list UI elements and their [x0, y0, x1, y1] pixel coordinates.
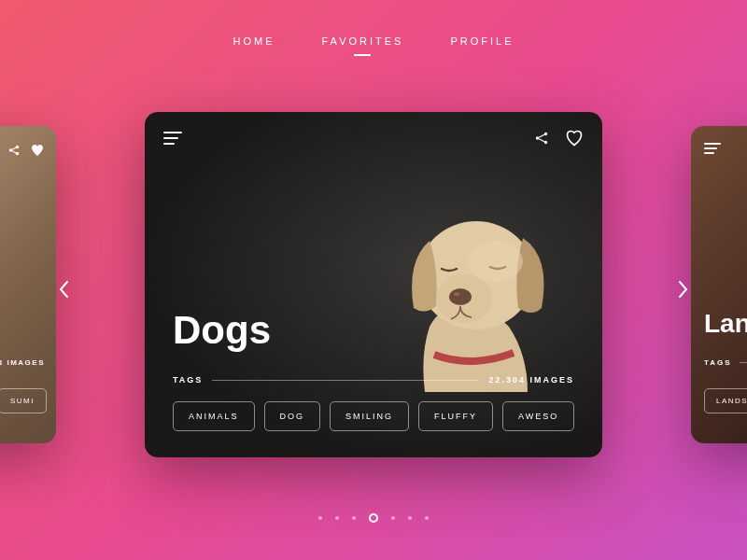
- card-prev-image-count: 593 IMAGES: [0, 358, 45, 367]
- svg-point-7: [467, 241, 523, 282]
- tag-pill[interactable]: LANDS: [704, 388, 747, 413]
- nav-profile[interactable]: PROFILE: [450, 35, 514, 56]
- svg-point-1: [536, 136, 539, 139]
- share-icon[interactable]: [533, 130, 550, 147]
- pagination-dot-4[interactable]: [369, 513, 378, 523]
- pagination-dot-7[interactable]: [425, 516, 429, 520]
- svg-point-6: [454, 292, 459, 296]
- card-prev-tags: SUMI: [0, 388, 47, 413]
- tag-pill-animals[interactable]: ANIMALS: [173, 401, 255, 431]
- tags-list: ANIMALS DOG SMILING FLUFFY AWESO: [173, 401, 574, 431]
- tag-pill[interactable]: SUMI: [0, 388, 47, 413]
- pagination-dot-2[interactable]: [335, 516, 339, 520]
- pagination-dot-1[interactable]: [318, 516, 322, 520]
- svg-point-0: [544, 133, 547, 135]
- tag-pill-awesome[interactable]: AWESO: [502, 401, 574, 431]
- tag-pill-smiling[interactable]: SMILING: [330, 401, 409, 431]
- carousel: 593 IMAGES SUMI: [0, 103, 747, 476]
- pagination-dots: [0, 513, 747, 523]
- divider-line: [740, 362, 747, 363]
- nav-home[interactable]: HOME: [233, 35, 275, 56]
- tag-pill-dog[interactable]: DOG: [264, 401, 321, 431]
- carousel-next-button[interactable]: [672, 278, 695, 301]
- card-main-header: [163, 129, 584, 147]
- tags-label: TAGS: [704, 358, 732, 367]
- divider-line: [212, 380, 479, 381]
- chevron-right-icon: [678, 280, 689, 299]
- tags-row: TAGS: [704, 358, 747, 367]
- chevron-left-icon: [58, 280, 69, 299]
- card-main-actions: [533, 129, 584, 147]
- nav-favorites[interactable]: FAVORITES: [322, 35, 404, 56]
- share-icon[interactable]: [7, 144, 21, 157]
- carousel-prev-button[interactable]: [52, 278, 75, 301]
- card-main: Dogs TAGS 22.304 IMAGES ANIMALS DOG SMIL…: [145, 112, 602, 457]
- card-main-image: [341, 168, 584, 392]
- tags-label: TAGS: [173, 375, 203, 385]
- tags-row: TAGS 22.304 IMAGES: [173, 375, 574, 385]
- pagination-dot-6[interactable]: [408, 516, 412, 520]
- image-count: 22.304 IMAGES: [488, 375, 574, 385]
- menu-button[interactable]: [163, 132, 182, 145]
- card-next[interactable]: Lan TAGS LANDS: [691, 126, 747, 443]
- tag-pill-fluffy[interactable]: FLUFFY: [418, 401, 493, 431]
- svg-point-5: [449, 288, 472, 305]
- svg-point-2: [544, 141, 547, 144]
- heart-icon[interactable]: [30, 143, 45, 158]
- card-next-title: Lan: [704, 309, 747, 339]
- pagination-dot-3[interactable]: [352, 516, 356, 520]
- top-nav: HOME FAVORITES PROFILE: [0, 0, 747, 56]
- card-prev-actions: [7, 143, 45, 158]
- card-prev[interactable]: 593 IMAGES SUMI: [0, 126, 56, 443]
- card-main-title: Dogs: [173, 308, 271, 353]
- card-next-tags: LANDS: [704, 388, 747, 413]
- menu-button[interactable]: [704, 143, 721, 154]
- heart-icon[interactable]: [565, 129, 584, 147]
- pagination-dot-5[interactable]: [391, 516, 395, 520]
